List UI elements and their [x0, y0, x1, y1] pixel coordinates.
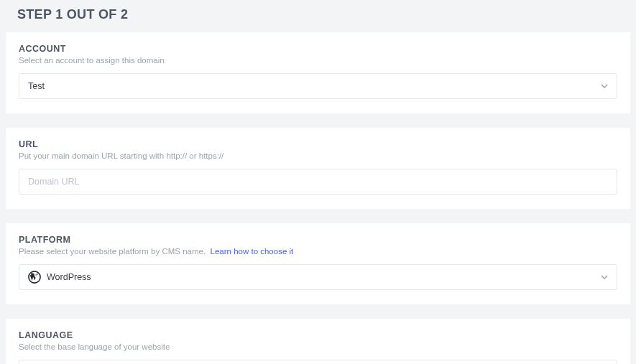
platform-card: PLATFORM Please select your website plat… [6, 223, 630, 304]
account-help: Select an account to assign this domain [19, 56, 617, 65]
language-select[interactable]: English [19, 360, 617, 364]
platform-help-wrap: Please select your website platform by C… [19, 247, 617, 256]
url-help: Put your main domain URL starting with h… [19, 151, 617, 160]
language-card: LANGUAGE Select the base language of you… [6, 319, 630, 364]
url-card: URL Put your main domain URL starting wi… [6, 128, 630, 209]
platform-help: Please select your website platform by C… [19, 247, 206, 256]
platform-label: PLATFORM [19, 235, 617, 245]
url-input-wrapper [19, 169, 617, 195]
account-label: ACCOUNT [19, 44, 617, 54]
language-help: Select the base language of your website [19, 342, 617, 351]
chevron-down-icon [601, 274, 608, 281]
platform-select[interactable]: WordPress [19, 264, 617, 290]
platform-select-value: WordPress [47, 272, 91, 282]
url-label: URL [19, 139, 617, 149]
account-select-value: Test [28, 81, 45, 91]
account-card: ACCOUNT Select an account to assign this… [6, 32, 630, 113]
url-input[interactable] [28, 169, 608, 194]
platform-help-link[interactable]: Learn how to choose it [211, 247, 294, 256]
language-label: LANGUAGE [19, 330, 617, 340]
wordpress-icon [28, 271, 41, 284]
step-title: STEP 1 OUT OF 2 [17, 7, 630, 22]
chevron-down-icon [601, 83, 608, 90]
account-select[interactable]: Test [19, 73, 617, 99]
